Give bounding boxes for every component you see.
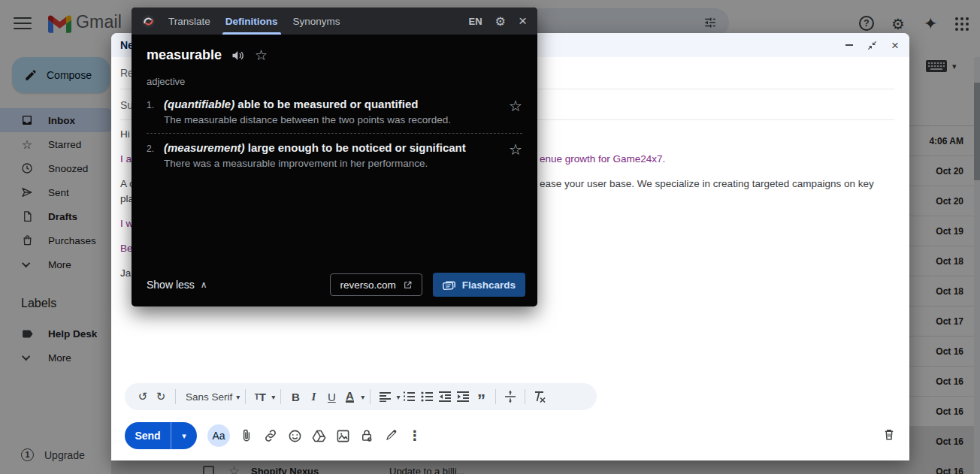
tab-definitions[interactable]: Definitions xyxy=(218,8,286,35)
send-options-button[interactable]: ▾ xyxy=(171,422,197,449)
flashcards-icon xyxy=(443,279,455,291)
strikethrough-button[interactable] xyxy=(501,383,519,410)
popup-close-icon[interactable]: × xyxy=(519,13,527,29)
confidential-mode-button[interactable] xyxy=(355,422,379,449)
close-icon[interactable]: × xyxy=(891,39,899,52)
chevron-down-icon: ▾ xyxy=(182,431,186,441)
definition-divider xyxy=(147,133,522,134)
text-color-button[interactable]: A xyxy=(340,383,358,410)
insert-emoji-button[interactable] xyxy=(283,422,307,449)
tab-synonyms[interactable]: Synonyms xyxy=(286,8,348,35)
attach-file-button[interactable] xyxy=(234,422,259,449)
insert-photo-button[interactable] xyxy=(331,422,355,449)
site-link-label: reverso.com xyxy=(340,279,395,291)
save-definition-star-icon[interactable]: ☆ xyxy=(509,98,522,125)
remove-formatting-button[interactable] xyxy=(531,383,549,410)
body-text-fragment: ease your user base. We specialize in cr… xyxy=(540,178,874,189)
pronounce-speaker-icon[interactable] xyxy=(231,50,245,62)
definition-item: 1. (quantifiable) able to be measured or… xyxy=(147,98,522,125)
definition-number: 2. xyxy=(147,141,158,169)
underline-button[interactable]: U xyxy=(322,383,340,410)
popup-footer: Show less ∧ reverso.com Flashcards xyxy=(147,273,525,297)
popup-body: measurable ☆ adjective 1. (quantifiable)… xyxy=(132,35,537,306)
google-drive-button[interactable] xyxy=(307,422,331,449)
chevron-down-icon: ▾ xyxy=(271,393,275,401)
body-text-fragment: Hi xyxy=(120,128,130,140)
chevron-up-icon: ∧ xyxy=(201,279,207,290)
definition-example: The measurable distance between the two … xyxy=(164,114,498,125)
definition-sense: (quantifiable) xyxy=(164,98,234,110)
bulleted-list-button[interactable] xyxy=(418,383,436,410)
show-less-toggle[interactable]: Show less ∧ xyxy=(147,279,207,291)
definition-number: 1. xyxy=(147,98,158,125)
external-link-icon xyxy=(403,280,413,290)
quote-button[interactable]: ” xyxy=(472,383,490,410)
exit-fullscreen-icon[interactable] xyxy=(867,41,877,50)
definition-example: There was a measurable improvement in he… xyxy=(164,158,498,169)
discard-draft-button[interactable] xyxy=(882,427,896,442)
show-less-label: Show less xyxy=(147,279,195,291)
send-row: Send ▾ Aa ⋮ xyxy=(125,422,427,449)
bold-button[interactable]: B xyxy=(286,383,304,410)
undo-button[interactable]: ↺ xyxy=(134,383,152,410)
favorite-word-star-icon[interactable]: ☆ xyxy=(255,47,268,64)
indent-increase-button[interactable] xyxy=(454,383,472,410)
chevron-down-icon: ▾ xyxy=(361,393,364,401)
definition-item: 2. (measurement) large enough to be noti… xyxy=(147,141,522,169)
indent-decrease-button[interactable] xyxy=(436,383,454,410)
headword: measurable xyxy=(147,47,222,63)
font-size-button[interactable]: TT xyxy=(251,383,269,410)
part-of-speech: adjective xyxy=(147,76,522,87)
definition-text: able to be measured or quantified xyxy=(237,98,418,110)
italic-button[interactable]: I xyxy=(304,383,322,410)
flashcards-button[interactable]: Flashcards xyxy=(433,273,525,297)
popup-header: Translate Definitions Synonyms EN ⚙ × xyxy=(132,8,537,35)
definition-sense: (measurement) xyxy=(164,141,245,154)
align-button[interactable] xyxy=(376,383,394,410)
popup-settings-gear-icon[interactable]: ⚙ xyxy=(495,14,506,29)
insert-link-button[interactable] xyxy=(259,422,283,449)
formatting-toolbar: ↺ ↻ Sans Serif ▾ TT ▾ B I U A ▾ ▾ ” xyxy=(125,383,597,410)
body-text-fragment: I a xyxy=(120,153,132,165)
body-text-fragment: enue growth for Game24x7. xyxy=(540,153,665,165)
chevron-down-icon: ▾ xyxy=(236,393,240,401)
save-definition-star-icon[interactable]: ☆ xyxy=(509,141,522,169)
reverso-popup: Translate Definitions Synonyms EN ⚙ × me… xyxy=(132,8,537,306)
tab-translate[interactable]: Translate xyxy=(161,8,218,35)
body-text-fragment: Ja xyxy=(120,267,131,279)
font-select[interactable]: Sans Serif xyxy=(181,383,234,410)
reverso-site-button[interactable]: reverso.com xyxy=(330,273,422,296)
language-badge[interactable]: EN xyxy=(468,16,482,27)
more-options-icon[interactable]: ⋮ xyxy=(403,422,427,449)
signature-pen-button[interactable] xyxy=(379,422,403,449)
numbered-list-button[interactable] xyxy=(400,383,418,410)
gmail-app: Gmail ? ⚙ ✦ Compose Inbox ☆ xyxy=(0,0,980,474)
minimize-icon[interactable] xyxy=(845,44,853,46)
definition-text: large enough to be noticed or significan… xyxy=(248,141,466,154)
formatting-options-button[interactable]: Aa xyxy=(207,424,230,447)
flashcards-label: Flashcards xyxy=(462,279,516,291)
redo-button[interactable]: ↻ xyxy=(152,383,170,410)
send-button[interactable]: Send xyxy=(125,422,171,449)
reverso-logo-icon xyxy=(142,15,155,28)
